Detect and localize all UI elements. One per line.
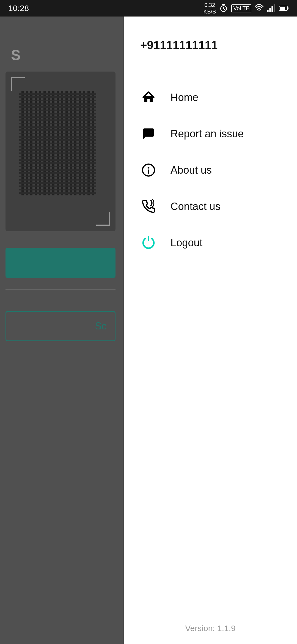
svg-rect-5 — [274, 4, 275, 12]
menu-item-contact[interactable]: Contact us — [124, 188, 297, 225]
contact-icon — [140, 198, 157, 215]
svg-rect-3 — [269, 8, 271, 12]
svg-point-1 — [258, 10, 260, 11]
menu-label-logout: Logout — [170, 237, 202, 249]
status-speed: 0.32KB/S — [204, 2, 216, 15]
svg-rect-4 — [271, 6, 273, 12]
home-icon — [140, 89, 157, 106]
status-time: 10:28 — [8, 4, 29, 13]
menu-label-contact: Contact us — [170, 201, 221, 212]
volte-badge: VoLTE — [231, 4, 251, 12]
svg-rect-7 — [287, 7, 288, 9]
menu-item-home[interactable]: Home — [124, 79, 297, 116]
svg-rect-2 — [267, 10, 268, 12]
side-drawer: +91111111111 Home Report an issue — [124, 17, 297, 644]
menu-item-about[interactable]: About us — [124, 152, 297, 188]
timer-icon — [219, 4, 228, 13]
wifi-icon — [255, 4, 263, 13]
menu-label-home: Home — [170, 92, 198, 103]
version-text: Version: 1.1.9 — [124, 613, 297, 644]
status-icons: 0.32KB/S VoLTE — [204, 2, 289, 15]
menu-item-report[interactable]: Report an issue — [124, 116, 297, 152]
power-icon — [140, 234, 157, 251]
battery-icon — [279, 4, 289, 13]
menu-label-about: About us — [170, 164, 212, 176]
svg-rect-8 — [280, 7, 285, 10]
info-icon — [140, 162, 157, 178]
overlay-dim[interactable] — [0, 17, 129, 644]
signal-icon — [267, 4, 276, 13]
report-icon — [140, 125, 157, 142]
drawer-menu: Home Report an issue About us — [124, 68, 297, 613]
menu-label-report: Report an issue — [170, 128, 244, 140]
menu-item-logout[interactable]: Logout — [124, 225, 297, 261]
status-bar: 10:28 0.32KB/S VoLTE — [0, 0, 297, 17]
phone-number: +91111111111 — [124, 17, 297, 68]
